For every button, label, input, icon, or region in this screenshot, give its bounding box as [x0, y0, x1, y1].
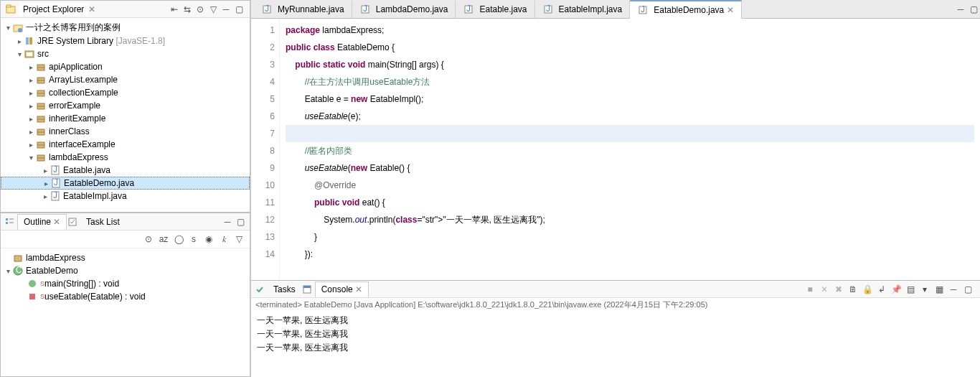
- tab-tasks[interactable]: Tasks: [268, 282, 301, 297]
- java-file-icon: J: [637, 4, 649, 16]
- package-icon: [35, 152, 47, 163]
- terminate-relaunch-icon[interactable]: ■: [804, 283, 816, 296]
- svg-point-3: [18, 28, 22, 32]
- twisty-icon[interactable]: ▾: [15, 50, 24, 58]
- package-label: inheritExample: [49, 113, 105, 124]
- package-label: lambdaExpress: [49, 152, 108, 162]
- package-node[interactable]: ▸errorExample: [1, 99, 250, 112]
- clear-console-icon[interactable]: 🗎: [847, 283, 859, 296]
- package-node[interactable]: ▸inheritExample: [1, 112, 250, 125]
- twisty-icon[interactable]: ▸: [27, 128, 35, 136]
- package-node[interactable]: ▸apiApplication: [1, 60, 250, 73]
- package-label: apiApplication: [49, 62, 103, 72]
- hide-static-icon[interactable]: s: [187, 233, 200, 246]
- twisty-icon[interactable]: ▸: [27, 76, 35, 84]
- editor-tab[interactable]: JEatable.java: [456, 1, 534, 18]
- remove-launch-icon[interactable]: ✕: [818, 283, 831, 296]
- twisty-icon[interactable]: ▸: [41, 192, 50, 200]
- outline-package-node[interactable]: lambdaExpress: [1, 251, 250, 264]
- close-icon[interactable]: ✕: [355, 284, 362, 294]
- explorer-title[interactable]: Project Explorer: [19, 3, 88, 16]
- src-node[interactable]: ▾ src: [1, 47, 250, 60]
- close-view-icon[interactable]: ✕: [88, 4, 95, 14]
- outline-method-node[interactable]: S useEatable(Eatable) : void: [1, 290, 250, 303]
- package-node[interactable]: ▾lambdaExpress: [1, 151, 250, 164]
- twisty-icon[interactable]: ▸: [27, 115, 35, 123]
- twisty-icon[interactable]: ▸: [41, 167, 50, 174]
- console-output[interactable]: 一天一苹果, 医生远离我一天一苹果, 医生远离我一天一苹果, 医生远离我: [251, 312, 980, 377]
- view-menu-icon[interactable]: ▽: [207, 3, 220, 16]
- pin-console-icon[interactable]: 📌: [890, 283, 903, 296]
- maximize-icon[interactable]: ▢: [961, 283, 974, 296]
- tab-outline[interactable]: Outline ✕: [17, 214, 67, 230]
- twisty-icon[interactable]: ▾: [27, 154, 35, 162]
- minimize-icon[interactable]: ─: [221, 215, 234, 228]
- sort-icon[interactable]: az: [157, 233, 170, 246]
- collapse-all-icon[interactable]: ⇤: [168, 3, 181, 16]
- word-wrap-icon[interactable]: ↲: [875, 283, 888, 296]
- svg-text:J: J: [265, 5, 269, 14]
- project-label: 一计之长博客用到的案例: [26, 22, 121, 34]
- twisty-icon[interactable]: ▸: [27, 63, 35, 71]
- package-node[interactable]: ▸ArrayList.example: [1, 73, 250, 86]
- new-console-icon[interactable]: ▦: [933, 283, 946, 296]
- minimize-icon[interactable]: ─: [947, 283, 960, 296]
- jre-node[interactable]: ▸ JRE System Library [JavaSE-1.8]: [1, 34, 250, 47]
- minimize-icon[interactable]: ─: [220, 3, 232, 16]
- twisty-icon[interactable]: ▸: [27, 141, 35, 149]
- maximize-icon[interactable]: ▢: [234, 215, 247, 228]
- editor-area[interactable]: 1234567891011121314 package lambdaExpres…: [251, 19, 980, 280]
- package-node[interactable]: ▸collectionExample: [1, 86, 250, 99]
- outline-icon: [4, 216, 15, 228]
- twisty-icon[interactable]: ▸: [27, 102, 35, 110]
- package-node[interactable]: ▸interfaceExample: [1, 138, 250, 151]
- twisty-icon[interactable]: ▸: [27, 89, 35, 97]
- editor-tab[interactable]: JLambdaDemo.java: [352, 1, 456, 18]
- outline-method-node[interactable]: S main(String[]) : void: [1, 277, 250, 290]
- tasklist-icon: [67, 216, 78, 228]
- hide-local-icon[interactable]: 𝑘: [217, 233, 230, 246]
- remove-all-icon[interactable]: ✖: [832, 283, 845, 296]
- code-view[interactable]: package lambdaExpress;public class Eatab…: [280, 19, 980, 280]
- tab-console[interactable]: Console ✕: [315, 281, 369, 297]
- project-node[interactable]: ▾ 一计之长博客用到的案例: [1, 21, 250, 34]
- outline-tree[interactable]: lambdaExpress ▾ C EatableDemo S main(Str…: [1, 248, 250, 376]
- twisty-icon[interactable]: ▾: [4, 24, 12, 32]
- open-console-icon[interactable]: ▾: [918, 283, 931, 296]
- editor-tab-active[interactable]: JEatableDemo.java ✕: [630, 0, 742, 19]
- package-node[interactable]: ▸innerClass: [1, 125, 250, 138]
- java-file-icon: J: [261, 4, 273, 15]
- editor-tab[interactable]: JMyRunnable.java: [254, 1, 352, 18]
- twisty-icon[interactable]: ▾: [4, 267, 12, 275]
- link-editor-icon[interactable]: ⇆: [181, 3, 194, 16]
- outline-toolbar: ⊙ az ◯ s ◉ 𝑘 ▽: [1, 231, 250, 248]
- folder-nav-icon: [5, 4, 17, 15]
- editor-tab[interactable]: JEatableImpl.java: [535, 1, 631, 18]
- tab-outline-label: Outline: [24, 217, 51, 227]
- svg-rect-7: [27, 52, 32, 56]
- focus-icon[interactable]: ⊙: [142, 233, 155, 246]
- maximize-icon[interactable]: ▢: [967, 3, 980, 16]
- file-node[interactable]: ▸JEatableImpl.java: [1, 190, 250, 203]
- hide-fields-icon[interactable]: ◯: [172, 233, 185, 246]
- scroll-lock-icon[interactable]: 🔒: [861, 283, 874, 296]
- display-selected-icon[interactable]: ▤: [904, 283, 917, 296]
- tab-tasklist[interactable]: Task List: [80, 215, 126, 229]
- project-tree[interactable]: ▾ 一计之长博客用到的案例 ▸ JRE System Library [Java…: [1, 18, 250, 212]
- view-menu-icon[interactable]: ▽: [232, 233, 245, 246]
- close-tab-icon[interactable]: ✕: [727, 5, 734, 15]
- tab-label: MyRunnable.java: [278, 4, 344, 14]
- outline-class-node[interactable]: ▾ C EatableDemo: [1, 264, 250, 277]
- focus-task-icon[interactable]: ⊙: [194, 3, 207, 16]
- twisty-icon[interactable]: ▸: [42, 180, 50, 187]
- twisty-icon[interactable]: ▸: [15, 37, 24, 45]
- file-label: EatableDemo.java: [64, 178, 134, 188]
- maximize-icon[interactable]: ▢: [232, 3, 245, 16]
- file-node-selected[interactable]: ▸JEatableDemo.java: [1, 177, 250, 190]
- java-file-icon: J: [50, 177, 62, 189]
- minimize-icon[interactable]: ─: [954, 3, 967, 16]
- hide-nonpublic-icon[interactable]: ◉: [202, 233, 215, 246]
- close-icon[interactable]: ✕: [53, 217, 60, 227]
- file-node[interactable]: ▸JEatable.java: [1, 164, 250, 177]
- project-icon: [12, 22, 24, 34]
